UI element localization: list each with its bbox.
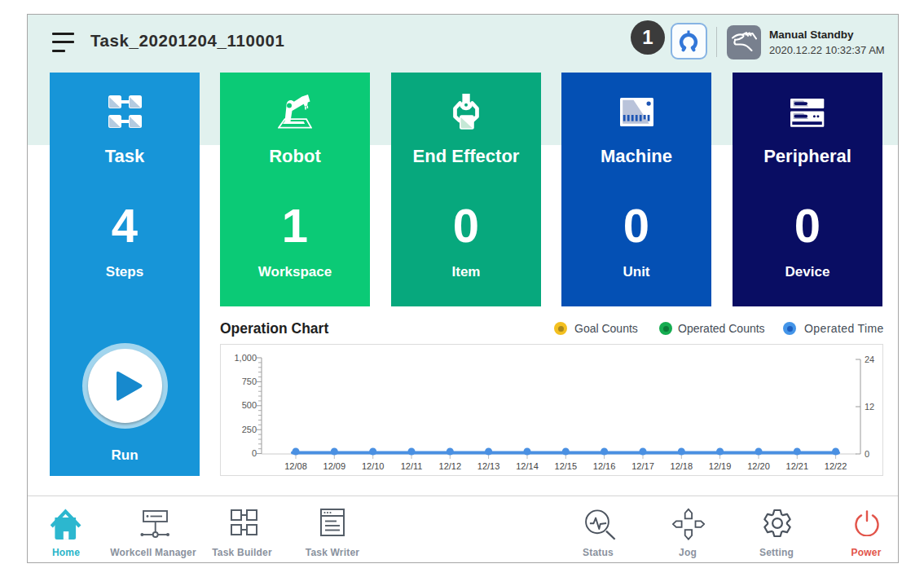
svg-text:12: 12 bbox=[865, 402, 874, 412]
svg-text:1,000: 1,000 bbox=[234, 353, 257, 363]
svg-text:12/22: 12/22 bbox=[825, 461, 847, 471]
svg-text:12/19: 12/19 bbox=[709, 461, 732, 471]
svg-text:500: 500 bbox=[242, 400, 257, 410]
svg-text:12/15: 12/15 bbox=[555, 461, 578, 471]
svg-text:12/13: 12/13 bbox=[477, 461, 500, 471]
svg-text:12/21: 12/21 bbox=[786, 461, 809, 471]
svg-text:12/20: 12/20 bbox=[747, 461, 770, 471]
svg-text:12/17: 12/17 bbox=[631, 461, 654, 471]
svg-text:12/11: 12/11 bbox=[401, 461, 423, 471]
svg-text:12/08: 12/08 bbox=[284, 461, 307, 471]
svg-text:12/16: 12/16 bbox=[593, 461, 616, 471]
svg-text:750: 750 bbox=[242, 377, 257, 386]
svg-text:0: 0 bbox=[252, 448, 257, 458]
svg-text:24: 24 bbox=[865, 355, 874, 364]
svg-text:0: 0 bbox=[865, 449, 869, 459]
svg-text:12/09: 12/09 bbox=[323, 461, 346, 471]
svg-text:12/14: 12/14 bbox=[516, 461, 539, 471]
svg-text:12/12: 12/12 bbox=[439, 461, 462, 471]
svg-text:250: 250 bbox=[242, 425, 257, 434]
svg-text:12/18: 12/18 bbox=[671, 461, 693, 471]
svg-text:12/10: 12/10 bbox=[362, 461, 385, 471]
